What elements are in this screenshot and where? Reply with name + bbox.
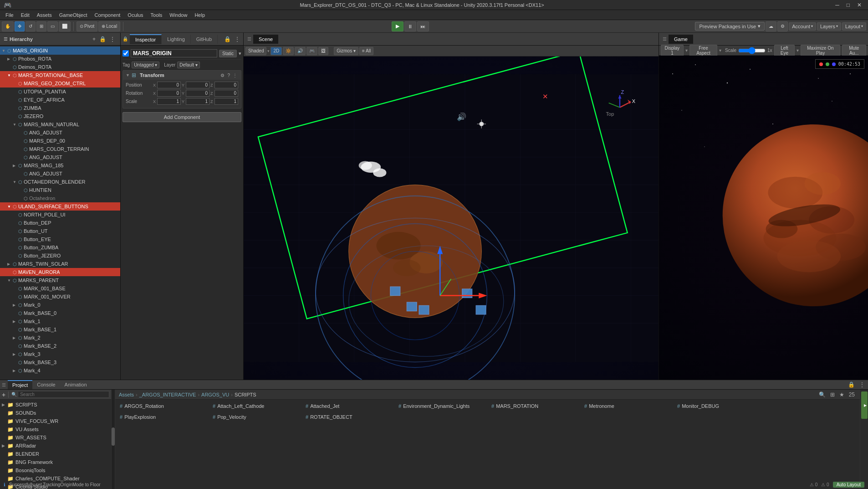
- hier-item-mars-mag[interactable]: ▶ ⬡ MARS_MAG_185: [0, 161, 120, 170]
- hier-item-mars-rot-base[interactable]: ▼ ⬡ MARS_ROTATIONAL_BASE: [0, 71, 120, 79]
- hier-item-mark-base2[interactable]: ⬡ Mark_BASE_2: [0, 342, 120, 350]
- rot-z-input[interactable]: [214, 90, 238, 97]
- settings-icon-btn[interactable]: ⚙: [777, 21, 788, 31]
- hierarchy-menu-button[interactable]: ⋮: [108, 36, 117, 43]
- hier-item-mark3[interactable]: ▶ ⬡ Mark_3: [0, 350, 120, 358]
- proj-folder-wr[interactable]: 📁 WR_ASSETS: [0, 433, 111, 442]
- inspector-lock-btn[interactable]: 🔒: [223, 36, 232, 43]
- audio-btn[interactable]: 🔊: [295, 47, 306, 55]
- menu-component[interactable]: Component: [91, 11, 124, 19]
- panel-divider[interactable]: [112, 390, 115, 489]
- step-button[interactable]: ⏭: [417, 21, 429, 31]
- tool-rotate[interactable]: ↺: [26, 21, 36, 31]
- hier-item-mars-main[interactable]: ▼ ⬡ MARS_MAIN_NATURAL: [0, 120, 120, 129]
- menu-assets[interactable]: Assets: [33, 11, 56, 19]
- proj-folder-vu[interactable]: 📁 VU Assets: [0, 425, 111, 433]
- transform-menu-btn[interactable]: ⋮: [232, 73, 238, 78]
- game-tab[interactable]: Game: [669, 35, 693, 44]
- hier-item-btn-dep[interactable]: ⬡ Button_DEP: [0, 219, 120, 227]
- hier-item-mars-geo[interactable]: ⬡ MARS_GEO_ZOOM_CTRL: [0, 79, 120, 88]
- hier-item-zumba[interactable]: ⬡ ZUMBA: [0, 104, 120, 112]
- tool-transform[interactable]: ⬜: [59, 21, 71, 31]
- 2d-btn[interactable]: 2D: [271, 47, 282, 55]
- mute-audio-button[interactable]: Mute Au...: [842, 45, 866, 57]
- tab-project[interactable]: Project: [8, 380, 32, 389]
- breadcrumb-vu[interactable]: ARGOS_VU: [201, 392, 229, 397]
- gizmos-btn[interactable]: Gizmos ▾: [334, 47, 358, 55]
- preview-packages-button[interactable]: Preview Packages in Use ▾: [695, 22, 765, 31]
- scene-tab[interactable]: Scene: [253, 35, 278, 44]
- proj-folder-arradar[interactable]: ▶ 📁 ARRadar: [0, 442, 111, 450]
- proj-folder-sounds[interactable]: 📁 SOUNDs: [0, 409, 111, 417]
- hier-item-mark-base3[interactable]: ⬡ Mark_BASE_3: [0, 358, 120, 366]
- hier-item-mark001mover[interactable]: ⬡ MARK_001_MOVER: [0, 293, 120, 301]
- breadcrumb-assets[interactable]: Assets: [119, 392, 134, 397]
- hier-item-mars-dep[interactable]: ⬡ MARS_DEP_00: [0, 137, 120, 145]
- left-eye-button[interactable]: Left Eye: [774, 45, 795, 57]
- tab-github[interactable]: GitHub: [191, 35, 218, 44]
- effects-btn[interactable]: 🎮: [306, 47, 317, 55]
- object-name-field[interactable]: [131, 49, 217, 57]
- proj-folder-scripts[interactable]: ▶ 📁 SCRIPTS: [0, 401, 111, 409]
- layers-button[interactable]: Layers ▾: [817, 22, 841, 31]
- tag-dropdown[interactable]: Untagged ▾: [132, 62, 159, 68]
- hier-item-uland[interactable]: ▼ ⬡ ULAND_SURFACE_BUTTONS: [0, 202, 120, 211]
- tab-inspector[interactable]: Inspector: [130, 34, 162, 44]
- hierarchy-lock-button[interactable]: 🔒: [98, 36, 107, 43]
- hier-item-utopia[interactable]: ⬡ UTOPIA_PLANTIA: [0, 88, 120, 96]
- pos-x-input[interactable]: [157, 82, 181, 88]
- pivot-button[interactable]: ⊙ Pivot: [77, 21, 97, 31]
- hier-item-deimos[interactable]: ⬡ Deimos_ROTA: [0, 63, 120, 71]
- hier-item-mars-color[interactable]: ⬡ MARS_COLOR_TERRAIN: [0, 145, 120, 153]
- maximize-on-play-button[interactable]: Maximize On Play: [801, 45, 840, 57]
- hier-item-mars-twin[interactable]: ▶ ⬡ MARS_TWIN_SOLAR: [0, 260, 120, 268]
- shading-mode-btn[interactable]: Shaded: [245, 47, 266, 55]
- script-attach-left[interactable]: # Attach_Left_Cathode: [210, 401, 301, 411]
- proj-folder-blender[interactable]: 📁 BLENDER: [0, 450, 111, 458]
- overlay-btn[interactable]: 🖼: [318, 47, 328, 55]
- tab-animation[interactable]: Animation: [60, 381, 92, 389]
- menu-help[interactable]: Help: [191, 11, 209, 19]
- account-button[interactable]: Account ▾: [789, 22, 816, 31]
- tool-hand[interactable]: ✋: [2, 21, 14, 31]
- proj-folder-vive[interactable]: 📁 VIVE_FOCUS_WR: [0, 417, 111, 425]
- hier-item-marks-parent[interactable]: ▼ ⬡ MARKS_PARENT: [0, 276, 120, 284]
- hierarchy-add-button[interactable]: +: [91, 36, 97, 43]
- project-search-input[interactable]: [18, 391, 109, 398]
- inspector-menu-btn[interactable]: ⋮: [233, 36, 241, 43]
- hier-item-mark0[interactable]: ▶ ⬡ Mark_0: [0, 301, 120, 309]
- hier-item-mark4[interactable]: ▶ ⬡ Mark_4: [0, 366, 120, 375]
- hier-item-mark-base0[interactable]: ⬡ Mark_BASE_0: [0, 309, 120, 317]
- scene-viewport[interactable]: 🔊 X Z Top: [244, 57, 659, 380]
- hier-item-ang1[interactable]: ⬡ ANG_ADJUST: [0, 129, 120, 137]
- assets-search-btn[interactable]: 🔍: [817, 391, 827, 398]
- hier-item-btn-zumba[interactable]: ⬡ Button_ZUMBA: [0, 243, 120, 252]
- pos-z-input[interactable]: [214, 82, 238, 88]
- script-argos-rotation[interactable]: # ARGOS_Rotation: [117, 401, 208, 411]
- script-rotate-object[interactable]: # ROTATE_OBJECT: [303, 412, 394, 422]
- hier-item-maven[interactable]: ⬡ MAVEN_AURORA: [0, 268, 120, 276]
- pause-button[interactable]: ⏸: [404, 21, 416, 31]
- proj-folder-charles[interactable]: 📁 Charles_COMPUTE_Shader: [0, 474, 111, 483]
- proj-folder-bng[interactable]: 📁 BNG Framework: [0, 458, 111, 466]
- static-button[interactable]: Static: [219, 50, 237, 57]
- minimize-button[interactable]: ─: [832, 2, 842, 8]
- script-monitor-debug[interactable]: # Monitor_DEBUG: [674, 401, 766, 411]
- assets-view-btn[interactable]: ⊞: [829, 391, 836, 398]
- game-viewport[interactable]: 00:42:53: [659, 56, 868, 380]
- menu-oculus[interactable]: Oculus: [124, 11, 147, 19]
- script-env-dynamic[interactable]: # Environment_Dynamic_Lights: [396, 401, 487, 411]
- pos-y-input[interactable]: [186, 82, 209, 88]
- breadcrumb-argos[interactable]: _ARGOS_INTERACTIVE: [139, 392, 196, 397]
- script-play-explosion[interactable]: # PlayExplosion: [117, 412, 208, 422]
- proj-folder-bosoniq[interactable]: 📁 BosoniqTools: [0, 466, 111, 474]
- tool-rect[interactable]: ▭: [47, 21, 58, 31]
- layout-button[interactable]: Layout ▾: [842, 22, 866, 31]
- scale-x-input[interactable]: [157, 98, 181, 105]
- object-enabled-checkbox[interactable]: [123, 50, 129, 57]
- menu-file[interactable]: File: [2, 11, 17, 19]
- collab-icon-btn[interactable]: ☁: [766, 21, 776, 31]
- script-metronome[interactable]: # Metronome: [582, 401, 673, 411]
- assets-menu-btn[interactable]: 25: [848, 391, 856, 398]
- hier-item-octahedron[interactable]: ⬡ Octahedron: [0, 194, 120, 202]
